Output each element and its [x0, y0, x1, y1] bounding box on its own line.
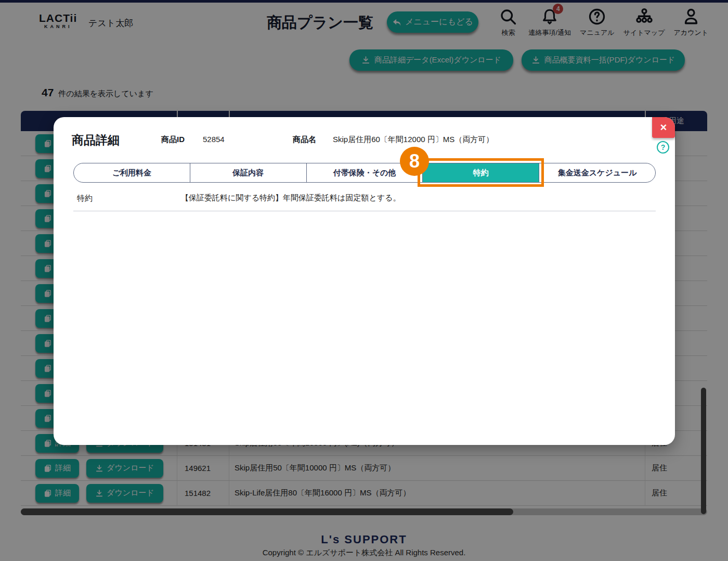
product-id-label: 商品ID	[161, 135, 185, 145]
product-id-value: 52854	[203, 135, 225, 144]
help-icon[interactable]: ?	[657, 141, 669, 154]
content-divider	[73, 211, 656, 211]
tab-schedule[interactable]: 集金送金スケジュール	[539, 163, 655, 182]
special-terms-label: 特約	[77, 194, 93, 203]
modal-tab-bar: ご利用料金保証内容付帯保険・その他特約集金送金スケジュール	[73, 163, 656, 183]
tab-coverage[interactable]: 保証内容	[190, 163, 306, 182]
annotation-highlight-rect	[418, 158, 544, 187]
close-icon: ×	[660, 121, 667, 134]
annotation-step-badge: 8	[400, 147, 429, 176]
product-name-value: Skip居住用60〔年間12000 円〕MS（両方可）	[333, 135, 493, 145]
close-button[interactable]: ×	[652, 117, 675, 138]
product-name-label: 商品名	[293, 135, 316, 145]
special-terms-value: 【保証委託料に関する特約】年間保証委託料は固定額とする。	[181, 193, 400, 203]
page: LACTii KANRI テスト太郎 商品プラン一覧 メニューにもどる 検索4連…	[0, 0, 728, 561]
tab-usage-fee[interactable]: ご利用料金	[74, 163, 190, 182]
product-detail-modal: 商品詳細 商品ID 52854 商品名 Skip居住用60〔年間12000 円〕…	[54, 117, 675, 445]
modal-title: 商品詳細	[72, 132, 120, 148]
